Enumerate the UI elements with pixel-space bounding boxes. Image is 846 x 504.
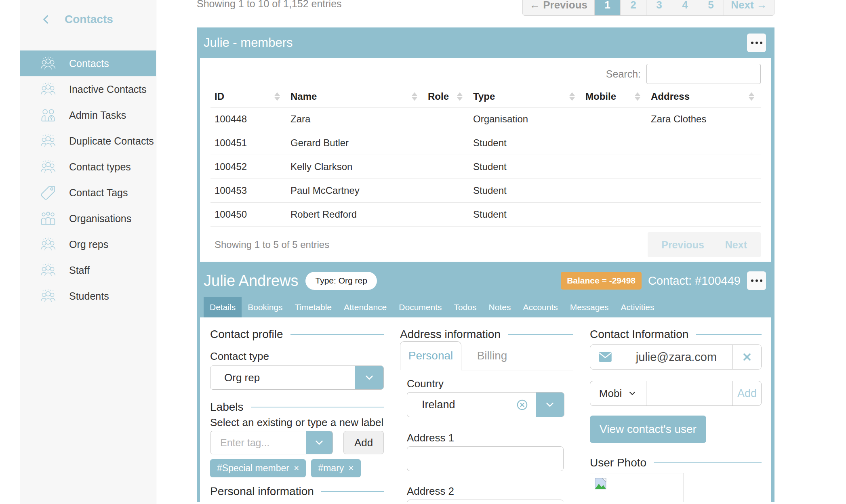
people-group-icon xyxy=(39,55,57,72)
table-row[interactable]: 100451Gerard ButlerStudent xyxy=(210,131,761,155)
sidebar-item-org-reps[interactable]: Org reps xyxy=(20,231,156,257)
tag-input[interactable] xyxy=(210,431,306,454)
members-table-body: 100448ZaraOrganisationZara Clothes100451… xyxy=(210,107,761,227)
tab-details[interactable]: Details xyxy=(204,297,242,317)
previous-page-button[interactable]: ← Previous xyxy=(523,0,595,15)
contact-type-label: Contact type xyxy=(210,350,384,362)
page-button-3[interactable]: 3 xyxy=(646,0,672,15)
table-row[interactable]: 100448ZaraOrganisationZara Clothes xyxy=(210,107,761,131)
table-next-button[interactable]: Next xyxy=(715,239,758,251)
sort-icon xyxy=(274,92,280,101)
tab-notes[interactable]: Notes xyxy=(483,297,517,317)
add-tag-button[interactable]: Add xyxy=(343,431,384,454)
members-more-options-button[interactable] xyxy=(747,34,766,52)
sidebar-item-label: Students xyxy=(69,290,109,302)
page-button-5[interactable]: 5 xyxy=(698,0,724,15)
tab-documents[interactable]: Documents xyxy=(393,297,448,317)
search-label: Search: xyxy=(606,68,641,80)
page-button-1[interactable]: 1 xyxy=(595,0,621,15)
sidebar-item-contacts[interactable]: Contacts xyxy=(20,50,156,76)
remove-email-icon[interactable] xyxy=(733,352,761,362)
column-header-type[interactable]: Type xyxy=(469,86,581,107)
address-tab-personal[interactable]: Personal xyxy=(400,341,461,370)
sidebar-item-duplicate-contacts[interactable]: Duplicate Contacts xyxy=(20,128,156,154)
sidebar-item-label: Contact Tags xyxy=(69,187,128,199)
people-group-icon xyxy=(39,235,57,253)
contact-profile-heading: Contact profile xyxy=(210,328,384,341)
tab-bookings[interactable]: Bookings xyxy=(242,297,288,317)
people-group-icon xyxy=(39,80,57,98)
address-information-column: Address information PersonalBilling Coun… xyxy=(400,317,573,502)
cell-role xyxy=(424,107,469,131)
sidebar-menu: ContactsInactive ContactsAdmin TasksDupl… xyxy=(20,50,156,309)
contact-name: Julie Andrews xyxy=(204,272,298,290)
view-contacts-user-button[interactable]: View contact's user xyxy=(590,416,706,443)
chevron-down-icon xyxy=(363,372,375,384)
phone-type-select[interactable]: Mobi xyxy=(590,387,646,400)
chevron-left-icon[interactable] xyxy=(40,13,53,25)
sidebar-item-contact-types[interactable]: Contact types xyxy=(20,154,156,180)
sidebar-item-label: Admin Tasks xyxy=(69,109,126,121)
cell-role xyxy=(424,203,469,227)
column-header-id[interactable]: ID xyxy=(210,86,286,107)
next-page-button[interactable]: Next → xyxy=(724,0,774,15)
column-header-label: Name xyxy=(290,91,317,102)
tab-activities[interactable]: Activities xyxy=(615,297,661,317)
balance-badge: Balance = -29498 xyxy=(561,272,642,290)
members-table-footer: Showing 1 to 5 of 5 entries Previous Nex… xyxy=(210,227,761,263)
remove-tag-icon[interactable]: × xyxy=(294,463,299,474)
phone-input[interactable] xyxy=(646,381,732,405)
sort-icon xyxy=(569,92,575,101)
envelope-icon xyxy=(590,350,620,364)
tab-accounts[interactable]: Accounts xyxy=(517,297,564,317)
address2-input[interactable] xyxy=(407,500,564,502)
table-row[interactable]: 100450Robert RedfordStudent xyxy=(210,203,761,227)
cell-name: Kelly Clarkson xyxy=(286,155,424,179)
members-search-input[interactable] xyxy=(646,64,761,84)
contact-type-select[interactable]: Org rep xyxy=(210,365,384,390)
table-previous-button[interactable]: Previous xyxy=(651,239,715,251)
address-tab-billing[interactable]: Billing xyxy=(461,341,523,370)
column-header-address[interactable]: Address xyxy=(647,86,761,107)
column-header-name[interactable]: Name xyxy=(286,86,424,107)
page-button-4[interactable]: 4 xyxy=(672,0,698,15)
country-dropdown-button[interactable] xyxy=(536,393,564,417)
cell-mobile xyxy=(581,203,647,227)
tab-messages[interactable]: Messages xyxy=(564,297,615,317)
address-fields: Country Ireland Address 1 Address 2 xyxy=(400,378,573,502)
label-tag: #mary× xyxy=(311,459,360,477)
country-label: Country xyxy=(407,378,573,390)
sidebar-item-organisations[interactable]: Organisations xyxy=(20,206,156,231)
sidebar-item-admin-tasks[interactable]: Admin Tasks xyxy=(20,102,156,128)
user-photo-placeholder xyxy=(590,473,684,502)
contact-number: Contact: #100449 xyxy=(648,274,741,288)
page-button-2[interactable]: 2 xyxy=(621,0,646,15)
cell-type: Organisation xyxy=(469,107,581,131)
contact-tabs: DetailsBookingsTimetableAttendanceDocume… xyxy=(204,297,766,317)
country-select[interactable]: Ireland xyxy=(407,392,564,417)
table-row[interactable]: 100453Paul McCartneyStudent xyxy=(210,179,761,203)
tab-attendance[interactable]: Attendance xyxy=(338,297,393,317)
remove-tag-icon[interactable]: × xyxy=(348,463,354,474)
table-row[interactable]: 100452Kelly ClarksonStudent xyxy=(210,155,761,179)
contact-more-options-button[interactable] xyxy=(747,271,766,290)
contact-header-right: Balance = -29498 Contact: #100449 xyxy=(561,271,766,290)
sidebar-item-contact-tags[interactable]: Contact Tags xyxy=(20,180,156,206)
sidebar-item-inactive-contacts[interactable]: Inactive Contacts xyxy=(20,76,156,102)
contact-panel-body: Contact profile Contact type Org rep Lab… xyxy=(197,317,774,502)
contact-type-dropdown-button[interactable] xyxy=(355,366,383,389)
sidebar-item-staff[interactable]: Staff xyxy=(20,257,156,283)
tab-timetable[interactable]: Timetable xyxy=(289,297,338,317)
tag-dropdown-button[interactable] xyxy=(306,431,333,454)
sidebar-item-students[interactable]: Students xyxy=(20,283,156,309)
cell-mobile xyxy=(581,107,647,131)
tab-todos[interactable]: Todos xyxy=(448,297,483,317)
add-phone-button[interactable]: Add xyxy=(733,387,761,400)
clear-country-icon[interactable] xyxy=(516,399,528,411)
column-header-role[interactable]: Role xyxy=(424,86,469,107)
address1-input[interactable] xyxy=(407,446,564,471)
column-header-mobile[interactable]: Mobile xyxy=(581,86,647,107)
tag-icon xyxy=(39,184,57,202)
people-group-icon xyxy=(39,132,57,150)
organisation-people-icon xyxy=(39,210,57,227)
